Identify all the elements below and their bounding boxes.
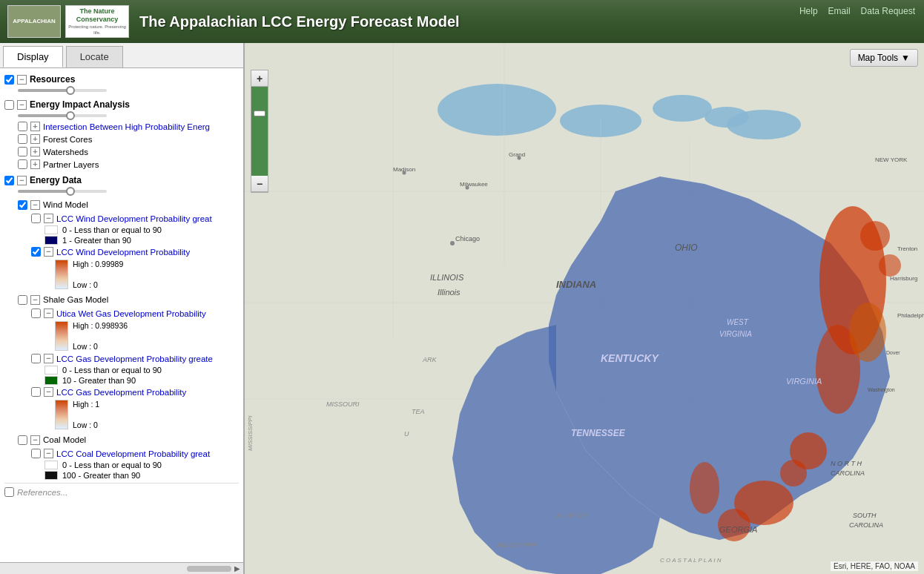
gas-prob-collapse-icon[interactable]: − [44,387,53,397]
zoom-in-button[interactable]: + [251,70,268,87]
coal-model-checkbox[interactable] [18,435,27,445]
zoom-out-button[interactable]: − [251,176,268,192]
coal-legend-swatch-1 [44,471,58,480]
references-checkbox[interactable] [4,487,14,497]
gas-prob-legend-labels: High : 1 Low : 0 [73,400,99,429]
gas-legend-swatch-0 [44,366,58,375]
svg-text:TEA: TEA [412,408,425,415]
svg-text:Madison: Madison [393,166,415,173]
wind-prob-gradient [55,260,68,289]
map-area[interactable]: ILLINOIS Illinois INDIANA OHIO WEST VIRG… [245,43,924,574]
energy-impact-opacity-slider[interactable] [18,114,107,117]
wind-legend-item-0: 0 - Less than or equal to 90 [44,225,239,235]
coal-prob-great-collapse-icon[interactable]: − [44,449,53,458]
coal-model-label: Coal Model [43,434,86,446]
shale-gas-checkbox[interactable] [18,295,27,305]
gas-prob-great-collapse-icon[interactable]: − [44,354,53,363]
gas-prob-legend: High : 1 Low : 0 [55,398,239,431]
wind-model-checkbox[interactable] [18,200,27,210]
energy-data-opacity-slider[interactable] [18,190,107,193]
gas-legend-swatch-1 [44,376,58,385]
wind-legend-label-1: 1 - Greater than 90 [62,236,131,245]
wind-legend-item-1: 1 - Greater than 90 [44,235,239,245]
wind-prob-great-link[interactable]: LCC Wind Development Probability great [56,214,212,223]
utica-checkbox[interactable] [31,309,41,318]
intersection-link[interactable]: Intersection Between High Probability En… [43,122,210,131]
coal-model-collapse-icon[interactable]: − [30,435,40,445]
horizontal-scrollbar[interactable] [187,566,231,572]
energy-impact-checkbox[interactable] [4,100,14,110]
tab-display[interactable]: Display [3,46,63,67]
resources-header[interactable]: − Resources [4,71,239,88]
map-attribution: Esri, HERE, FAO, NOAA [831,561,918,571]
utica-collapse-icon[interactable]: − [44,309,53,318]
zoom-handle[interactable] [254,110,265,116]
coal-model-header[interactable]: − Coal Model [18,432,239,447]
tab-locate[interactable]: Locate [66,46,123,67]
energy-impact-header[interactable]: − Energy Impact Analysis [4,96,239,113]
energy-data-header[interactable]: − Energy Data [4,172,239,188]
shale-gas-collapse-icon[interactable]: − [30,295,40,305]
zoom-controls: + − [251,70,268,193]
watersheds-checkbox[interactable] [18,147,27,156]
layer-energy-impact: − Energy Impact Analysis + Intersection … [4,96,239,171]
forest-cores-checkbox[interactable] [18,134,27,144]
utica-high-label: High : 0.998936 [73,321,128,330]
partner-layers-expand-icon[interactable]: + [30,159,40,169]
gas-prob-high-label: High : 1 [73,400,99,409]
energy-impact-collapse-icon[interactable]: − [17,100,27,110]
scroll-arrow-right[interactable]: ▶ [234,564,240,573]
svg-text:Harrisburg: Harrisburg [890,275,917,282]
wind-model-children: − LCC Wind Development Probability great… [31,212,239,291]
svg-text:Illinois: Illinois [438,288,461,297]
references-row: References... [4,486,239,498]
partner-layers-label: Partner Layers [43,160,99,169]
svg-text:MISSISSIPPI: MISSISSIPPI [497,541,537,549]
gas-prob-row: − LCC Gas Development Probability [31,386,239,398]
intersection-checkbox[interactable] [18,122,27,131]
forest-cores-expand-icon[interactable]: + [30,134,40,144]
svg-text:CAROLINA: CAROLINA [831,469,865,477]
gas-prob-great-checkbox[interactable] [31,354,41,363]
wind-prob-link[interactable]: LCC Wind Development Probability [56,248,190,257]
email-link[interactable]: Email [828,6,851,16]
layer-shale-gas: − Shale Gas Model − Utica Wet Gas Develo… [18,292,239,431]
wind-prob-great-collapse-icon[interactable]: − [44,214,53,223]
help-link[interactable]: Help [799,6,818,16]
intersection-expand-icon[interactable]: + [30,122,40,131]
energy-data-checkbox[interactable] [4,176,14,185]
watersheds-expand-icon[interactable]: + [30,147,40,156]
svg-text:ILLINOIS: ILLINOIS [430,273,464,282]
left-panel: Display Locate − Resources − [0,43,245,574]
wind-model-header[interactable]: − Wind Model [18,197,239,212]
data-request-link[interactable]: Data Request [861,6,915,16]
wind-model-collapse-icon[interactable]: − [30,200,40,210]
svg-text:VIRGINIA: VIRGINIA [719,330,752,338]
svg-point-20 [690,462,719,514]
shale-gas-header[interactable]: − Shale Gas Model [18,292,239,307]
gas-prob-great-link[interactable]: LCC Gas Development Probability greate [56,354,213,363]
partner-layers-checkbox[interactable] [18,159,27,169]
wind-prob-great-checkbox[interactable] [31,214,41,223]
resources-collapse-icon[interactable]: − [17,75,27,85]
resources-opacity-slider[interactable] [18,89,107,92]
utica-link[interactable]: Utica Wet Gas Development Probability [56,309,206,318]
tab-bar: Display Locate [0,43,243,68]
partner-layers-row: + Partner Layers [18,158,239,171]
layer-panel[interactable]: − Resources − Energy Impact Analysis [0,68,243,562]
energy-data-collapse-icon[interactable]: − [17,176,27,185]
wind-prob-collapse-icon[interactable]: − [44,247,53,257]
coal-prob-great-link[interactable]: LCC Coal Development Probability great [56,449,210,458]
resources-checkbox[interactable] [4,75,14,85]
wind-legend-swatch-1 [44,236,58,245]
coal-prob-great-checkbox[interactable] [31,449,41,458]
map-tools-button[interactable]: Map Tools ▼ [850,49,918,67]
svg-text:C O A S T A L   P L A I N: C O A S T A L P L A I N [660,557,722,564]
svg-point-6 [727,110,801,139]
wind-prob-checkbox[interactable] [31,247,41,257]
gas-prob-link[interactable]: LCC Gas Development Probability [56,388,186,397]
svg-text:U: U [404,430,409,438]
svg-point-4 [653,95,712,122]
map-svg: ILLINOIS Illinois INDIANA OHIO WEST VIRG… [245,43,924,574]
gas-prob-checkbox[interactable] [31,387,41,397]
